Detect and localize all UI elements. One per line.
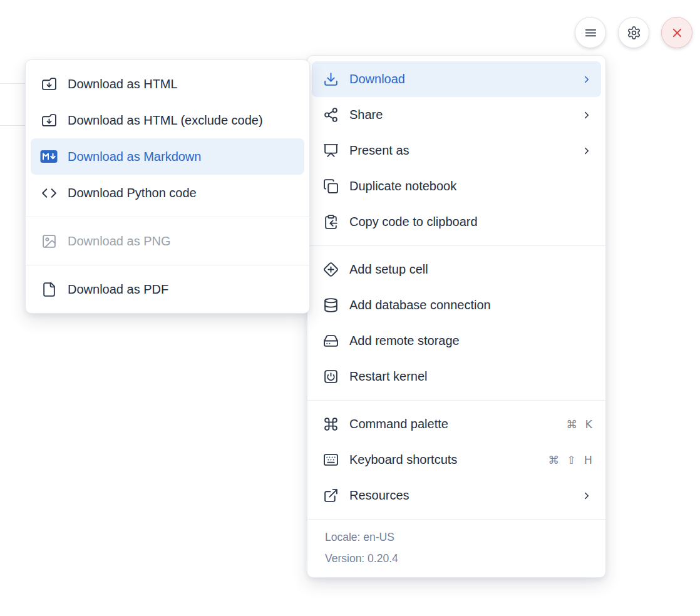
hamburger-menu-icon bbox=[584, 26, 598, 40]
shortcut-hint: ⌘ K bbox=[566, 418, 592, 431]
download-submenu: Download as HTML Download as HTML (exclu… bbox=[25, 59, 310, 314]
menu-section-help: Command palette ⌘ K Keyboard shortcuts ⌘… bbox=[307, 400, 605, 519]
menu-section-cells: Add setup cell Add database connection A… bbox=[307, 245, 605, 400]
presentation-icon bbox=[323, 143, 339, 158]
submenu-section-documents: Download as HTML Download as HTML (exclu… bbox=[26, 60, 309, 217]
submenu-item-download-as-html-exclude-code[interactable]: Download as HTML (exclude code) bbox=[31, 102, 304, 138]
menu-item-add-remote-storage[interactable]: Add remote storage bbox=[312, 323, 601, 359]
external-link-icon bbox=[323, 488, 339, 503]
menu-item-restart-kernel[interactable]: Restart kernel bbox=[312, 359, 601, 394]
chevron-right-icon bbox=[581, 145, 592, 157]
command-icon bbox=[323, 416, 339, 432]
file-icon bbox=[40, 282, 58, 297]
gear-icon bbox=[627, 26, 641, 40]
submenu-item-download-as-markdown[interactable]: Download as Markdown bbox=[31, 138, 304, 175]
chevron-right-icon bbox=[581, 110, 592, 121]
submenu-section-png: Download as PNG bbox=[26, 217, 309, 265]
submenu-section-pdf: Download as PDF bbox=[26, 265, 309, 313]
background-rule-line bbox=[0, 125, 28, 126]
clipboard-copy-icon bbox=[323, 214, 339, 230]
close-button[interactable] bbox=[661, 17, 692, 48]
markdown-download-icon bbox=[40, 149, 58, 165]
menu-item-command-palette[interactable]: Command palette ⌘ K bbox=[312, 406, 601, 442]
menu-section-actions: Download Share Present as bbox=[307, 56, 605, 245]
version-text: Version: 0.20.4 bbox=[325, 548, 588, 569]
square-power-icon bbox=[323, 369, 339, 384]
locale-text: Locale: en-US bbox=[325, 526, 588, 548]
submenu-item-download-as-png[interactable]: Download as PNG bbox=[31, 223, 304, 259]
folder-down-icon bbox=[40, 76, 58, 92]
duplicate-icon bbox=[323, 178, 339, 194]
shortcut-hint: ⌘ ⇧ H bbox=[548, 454, 592, 466]
menu-item-add-database-connection[interactable]: Add database connection bbox=[312, 287, 601, 323]
menu-item-download[interactable]: Download bbox=[312, 61, 601, 97]
menu-item-resources[interactable]: Resources bbox=[312, 478, 601, 513]
submenu-item-download-python-code[interactable]: Download Python code bbox=[31, 175, 304, 211]
share-icon bbox=[323, 107, 339, 123]
submenu-item-download-as-pdf[interactable]: Download as PDF bbox=[31, 271, 304, 307]
menu-item-present-as[interactable]: Present as bbox=[312, 133, 601, 168]
menu-button[interactable] bbox=[575, 17, 606, 48]
menu-footer: Locale: en-US Version: 0.20.4 bbox=[307, 519, 605, 577]
background-rule-line bbox=[0, 83, 28, 84]
notebook-actions-toolbar bbox=[575, 17, 692, 48]
database-icon bbox=[323, 297, 339, 313]
close-x-icon bbox=[670, 26, 684, 40]
menu-item-duplicate-notebook[interactable]: Duplicate notebook bbox=[312, 168, 601, 204]
code-icon bbox=[40, 185, 58, 201]
submenu-item-download-as-html[interactable]: Download as HTML bbox=[31, 66, 304, 102]
menu-item-keyboard-shortcuts[interactable]: Keyboard shortcuts ⌘ ⇧ H bbox=[312, 442, 601, 478]
folder-down-icon bbox=[40, 113, 58, 128]
settings-button[interactable] bbox=[618, 17, 649, 48]
chevron-right-icon bbox=[581, 74, 592, 85]
menu-item-share[interactable]: Share bbox=[312, 97, 601, 133]
chevron-right-icon bbox=[581, 490, 592, 501]
app-canvas: Download Share Present as bbox=[0, 0, 700, 616]
menu-item-copy-code[interactable]: Copy code to clipboard bbox=[312, 204, 601, 240]
download-icon bbox=[323, 71, 339, 87]
diamond-plus-icon bbox=[323, 262, 339, 277]
keyboard-icon bbox=[323, 452, 339, 468]
menu-item-add-setup-cell[interactable]: Add setup cell bbox=[312, 252, 601, 287]
image-icon bbox=[40, 234, 58, 249]
hard-drive-icon bbox=[323, 333, 339, 349]
notebook-menu: Download Share Present as bbox=[307, 55, 606, 578]
